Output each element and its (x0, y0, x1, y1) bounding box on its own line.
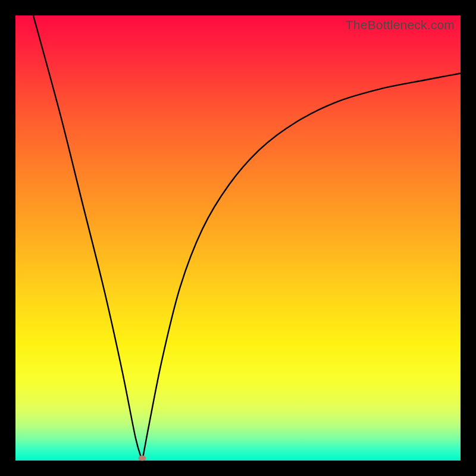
chart-plot-area: TheBottleneck.com (15, 15, 461, 461)
watermark-text: TheBottleneck.com (346, 18, 455, 32)
optimum-marker (139, 456, 146, 461)
curve-right-branch (142, 73, 461, 461)
chart-curve-svg (15, 15, 461, 461)
curve-left-branch (33, 15, 142, 461)
chart-outer-frame: TheBottleneck.com (0, 0, 476, 476)
